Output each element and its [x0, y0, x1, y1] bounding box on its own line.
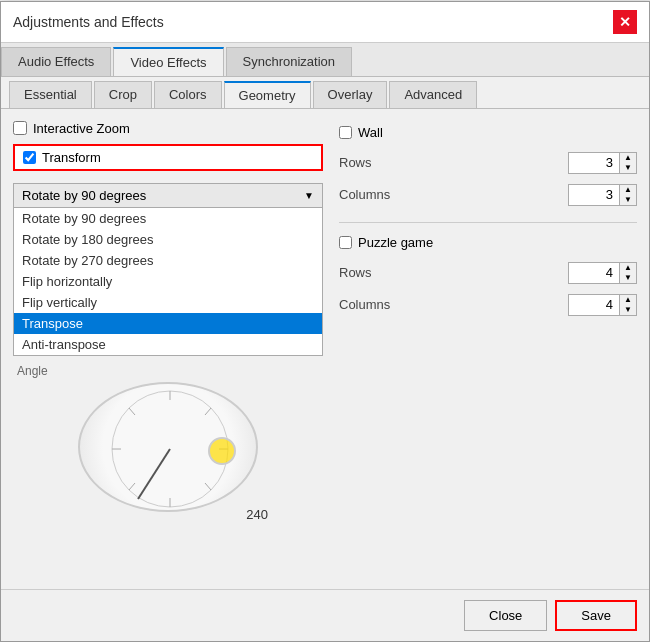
puzzle-columns-spinner-buttons: ▲ ▼	[619, 295, 636, 315]
puzzle-rows-increment[interactable]: ▲	[620, 263, 636, 273]
puzzle-rows-spinner: ▲ ▼	[568, 262, 637, 284]
left-panel: Interactive Zoom Transform Rotate by 90 …	[13, 121, 323, 577]
interactive-zoom-row: Interactive Zoom	[13, 121, 323, 136]
right-panel: Wall Rows ▲ ▼ Columns	[339, 121, 637, 577]
puzzle-columns-row: Columns ▲ ▼	[339, 294, 637, 316]
tab-audio-effects[interactable]: Audio Effects	[1, 47, 111, 76]
dropdown-item-rotate180[interactable]: Rotate by 180 degrees	[14, 229, 322, 250]
wall-rows-label: Rows	[339, 155, 372, 170]
svg-line-9	[138, 449, 170, 499]
puzzle-rows-spinner-buttons: ▲ ▼	[619, 263, 636, 283]
interactive-zoom-checkbox[interactable]	[13, 121, 27, 135]
dropdown-item-rotate270[interactable]: Rotate by 270 degrees	[14, 250, 322, 271]
puzzle-rows-decrement[interactable]: ▼	[620, 273, 636, 283]
transform-dropdown: Rotate by 90 degrees ▼ Rotate by 90 degr…	[13, 183, 323, 356]
puzzle-rows-label: Rows	[339, 265, 372, 280]
tab-synchronization[interactable]: Synchronization	[226, 47, 353, 76]
puzzle-columns-decrement[interactable]: ▼	[620, 305, 636, 315]
puzzle-section: Puzzle game Rows ▲ ▼ Columns	[339, 235, 637, 316]
puzzle-columns-increment[interactable]: ▲	[620, 295, 636, 305]
puzzle-columns-input[interactable]	[569, 295, 619, 314]
angle-value: 240	[246, 507, 268, 522]
wall-columns-increment[interactable]: ▲	[620, 185, 636, 195]
wall-rows-spinner-buttons: ▲ ▼	[619, 153, 636, 173]
sub-tabs: Essential Crop Colors Geometry Overlay A…	[1, 77, 649, 109]
title-bar: Adjustments and Effects ✕	[1, 2, 649, 43]
main-tabs: Audio Effects Video Effects Synchronizat…	[1, 43, 649, 77]
main-window: Adjustments and Effects ✕ Audio Effects …	[0, 1, 650, 642]
svg-line-7	[129, 408, 135, 415]
svg-line-5	[205, 408, 211, 415]
sub-tab-geometry[interactable]: Geometry	[224, 81, 311, 108]
transform-label: Transform	[42, 150, 101, 165]
wall-columns-input[interactable]	[569, 185, 619, 204]
wall-columns-row: Columns ▲ ▼	[339, 184, 637, 206]
puzzle-row: Puzzle game	[339, 235, 637, 250]
wall-columns-decrement[interactable]: ▼	[620, 195, 636, 205]
dropdown-item-rotate90[interactable]: Rotate by 90 degrees	[14, 208, 322, 229]
puzzle-label: Puzzle game	[358, 235, 433, 250]
wall-rows-decrement[interactable]: ▼	[620, 163, 636, 173]
wall-rows-row: Rows ▲ ▼	[339, 152, 637, 174]
puzzle-columns-label: Columns	[339, 297, 390, 312]
wall-columns-spinner: ▲ ▼	[568, 184, 637, 206]
puzzle-rows-row: Rows ▲ ▼	[339, 262, 637, 284]
dial-container: 240	[68, 382, 268, 522]
wall-checkbox[interactable]	[339, 126, 352, 139]
svg-line-8	[129, 483, 135, 490]
angle-section: Angle	[13, 364, 323, 522]
sub-tab-advanced[interactable]: Advanced	[389, 81, 477, 108]
wall-label: Wall	[358, 125, 383, 140]
puzzle-checkbox[interactable]	[339, 236, 352, 249]
footer: Close Save	[1, 589, 649, 641]
content-area: Interactive Zoom Transform Rotate by 90 …	[1, 109, 649, 589]
wall-rows-input[interactable]	[569, 153, 619, 172]
dropdown-arrow-icon: ▼	[304, 190, 314, 201]
divider	[339, 222, 637, 223]
yellow-circle-indicator	[208, 437, 236, 465]
puzzle-columns-spinner: ▲ ▼	[568, 294, 637, 316]
angle-label: Angle	[17, 364, 323, 378]
wall-columns-label: Columns	[339, 187, 390, 202]
window-close-button[interactable]: ✕	[613, 10, 637, 34]
wall-rows-increment[interactable]: ▲	[620, 153, 636, 163]
interactive-zoom-label: Interactive Zoom	[33, 121, 130, 136]
window-title: Adjustments and Effects	[13, 14, 164, 30]
dropdown-item-anti-transpose[interactable]: Anti-transpose	[14, 334, 322, 355]
svg-line-6	[205, 483, 211, 490]
sub-tab-crop[interactable]: Crop	[94, 81, 152, 108]
tab-video-effects[interactable]: Video Effects	[113, 47, 223, 76]
puzzle-rows-input[interactable]	[569, 263, 619, 282]
sub-tab-overlay[interactable]: Overlay	[313, 81, 388, 108]
save-button[interactable]: Save	[555, 600, 637, 631]
dropdown-item-flip-h[interactable]: Flip horizontally	[14, 271, 322, 292]
sub-tab-colors[interactable]: Colors	[154, 81, 222, 108]
wall-rows-spinner: ▲ ▼	[568, 152, 637, 174]
wall-section: Wall Rows ▲ ▼ Columns	[339, 125, 637, 206]
wall-row: Wall	[339, 125, 637, 140]
transform-checkbox[interactable]	[23, 151, 36, 164]
wall-columns-spinner-buttons: ▲ ▼	[619, 185, 636, 205]
transform-box: Transform	[13, 144, 323, 171]
dropdown-item-flip-v[interactable]: Flip vertically	[14, 292, 322, 313]
dropdown-selected-text: Rotate by 90 degrees	[22, 188, 146, 203]
dropdown-header[interactable]: Rotate by 90 degrees ▼	[14, 184, 322, 208]
dropdown-item-transpose[interactable]: Transpose	[14, 313, 322, 334]
dropdown-list: Rotate by 90 degrees Rotate by 180 degre…	[14, 208, 322, 355]
close-button[interactable]: Close	[464, 600, 547, 631]
sub-tab-essential[interactable]: Essential	[9, 81, 92, 108]
